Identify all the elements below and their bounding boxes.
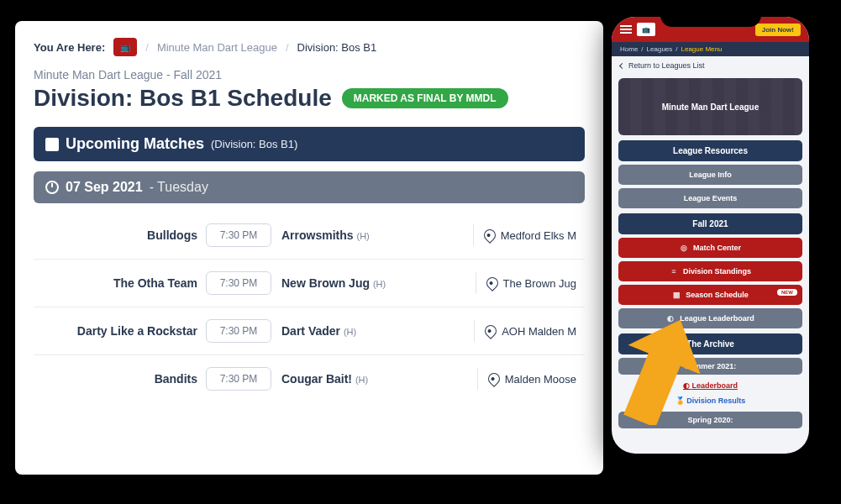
date-bar: 07 Sep 2021 - Tuesday <box>34 171 585 203</box>
pin-icon <box>481 227 498 244</box>
archive-leaderboard-link[interactable]: ◐ Leaderboard <box>612 378 809 393</box>
section-resources: League Resources <box>618 140 802 161</box>
team-home: Arrowsmiths (H) <box>271 228 463 242</box>
match-row[interactable]: Darty Like a Rockstar 7:30 PM Dart Vader… <box>34 307 585 355</box>
upcoming-title: Upcoming Matches <box>66 135 204 153</box>
schedule-button[interactable]: ▦Season ScheduleNEW <box>618 285 802 305</box>
upcoming-subtitle: (Division: Bos B1) <box>211 138 297 150</box>
breadcrumb-label: You Are Here: <box>34 41 105 54</box>
page-headline: Division: Bos B1 Schedule MARKED AS FINA… <box>34 85 585 112</box>
upcoming-header: Upcoming Matches (Division: Bos B1) <box>34 127 585 161</box>
match-list: Bulldogs 7:30 PM Arrowsmiths (H) Medford… <box>34 212 585 402</box>
breadcrumb-league[interactable]: Minute Man Dart League <box>157 41 277 54</box>
new-badge: NEW <box>777 289 797 296</box>
match-center-button[interactable]: ◎Match Center <box>618 238 802 258</box>
mobile-logo-icon[interactable]: 📺 <box>637 23 655 36</box>
league-hero: Minute Man Dart League <box>618 78 802 135</box>
phone-mockup: 📺 Join Now! Home/ Leagues/ League Menu R… <box>603 8 817 462</box>
gauge-icon: ◐ <box>666 314 675 323</box>
mobile-breadcrumb: Home/ Leagues/ League Menu <box>612 42 809 56</box>
venue[interactable]: The Brown Jug <box>486 277 576 290</box>
league-name: Minute Man Dart League - Fall 2021 <box>34 68 585 81</box>
date-value: 07 Sep 2021 <box>66 180 143 195</box>
pin-icon <box>482 323 499 339</box>
venue[interactable]: AOH Malden M <box>485 325 576 338</box>
join-button[interactable]: Join Now! <box>755 24 801 36</box>
crumb-home[interactable]: Home <box>620 45 638 53</box>
back-link[interactable]: Return to Leagues List <box>612 56 809 75</box>
team-away: Darty Like a Rockstar <box>42 324 206 338</box>
calendar-icon <box>45 138 59 151</box>
league-info-button[interactable]: League Info <box>618 165 802 185</box>
page-title: Division: Bos B1 Schedule <box>34 85 332 112</box>
crumb-active: League Menu <box>681 45 723 53</box>
team-away: The Otha Team <box>42 276 206 290</box>
logo-icon[interactable]: 📺 <box>113 38 137 56</box>
breadcrumb: You Are Here: 📺 / Minute Man Dart League… <box>34 38 585 56</box>
team-home: New Brown Jug (H) <box>271 276 465 290</box>
venue[interactable]: Malden Moose <box>488 373 576 386</box>
venue[interactable]: Medford Elks M <box>484 229 576 242</box>
section-season: Fall 2021 <box>618 213 802 234</box>
archive-results-link[interactable]: 🏅 Division Results <box>612 393 809 408</box>
final-badge: MARKED AS FINAL BY MMDL <box>342 88 508 108</box>
crumb-leagues[interactable]: Leagues <box>647 45 673 53</box>
match-time[interactable]: 7:30 PM <box>206 319 271 343</box>
match-time[interactable]: 7:30 PM <box>206 367 271 391</box>
phone-notch <box>660 8 761 27</box>
standings-button[interactable]: ≡Division Standings <box>618 261 802 281</box>
phone-screen: 📺 Join Now! Home/ Leagues/ League Menu R… <box>612 17 809 454</box>
pin-icon <box>486 370 502 387</box>
match-time[interactable]: 7:30 PM <box>206 271 271 295</box>
calendar-icon: ▦ <box>672 291 681 299</box>
match-row[interactable]: Bandits 7:30 PM Cougar Bait! (H) Malden … <box>34 355 585 402</box>
match-time[interactable]: 7:30 PM <box>206 223 271 247</box>
target-icon: ◎ <box>680 244 688 252</box>
breadcrumb-division: Division: Bos B1 <box>297 41 377 54</box>
day-value: - Tuesday <box>150 180 208 195</box>
schedule-card: You Are Here: 📺 / Minute Man Dart League… <box>15 21 603 475</box>
archive-spring: Spring 2020: <box>618 412 802 428</box>
leaderboard-button[interactable]: ◐League Leaderboard <box>618 308 802 328</box>
archive-summer: Summer 2021: <box>618 358 802 375</box>
list-icon: ≡ <box>670 267 678 276</box>
chevron-left-icon <box>619 62 625 68</box>
pin-icon <box>484 275 501 291</box>
section-archive: The Archive <box>618 333 802 354</box>
team-home: Cougar Bait! (H) <box>271 372 467 386</box>
league-events-button[interactable]: League Events <box>618 188 802 208</box>
menu-icon[interactable] <box>620 29 632 30</box>
match-row[interactable]: Bulldogs 7:30 PM Arrowsmiths (H) Medford… <box>34 212 585 260</box>
team-home: Dart Vader (H) <box>271 324 464 338</box>
clock-icon <box>45 181 59 194</box>
team-away: Bulldogs <box>42 228 206 242</box>
match-row[interactable]: The Otha Team 7:30 PM New Brown Jug (H) … <box>34 260 585 307</box>
team-away: Bandits <box>42 372 206 386</box>
